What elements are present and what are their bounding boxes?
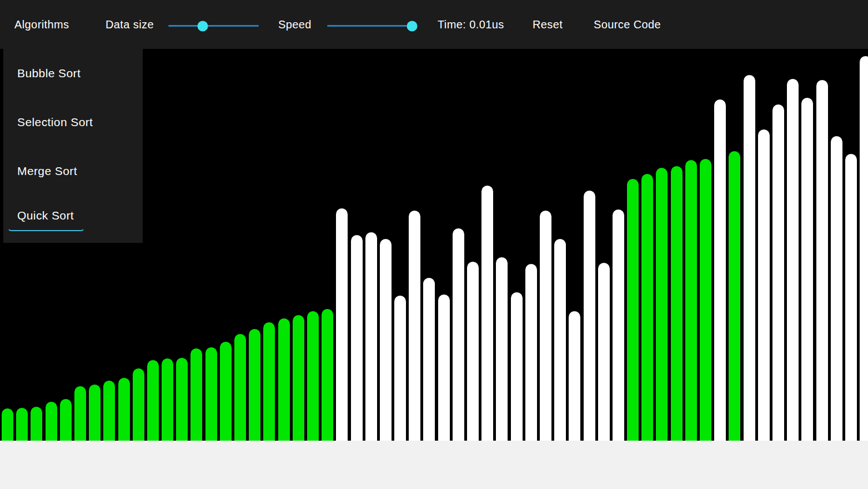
sort-bar xyxy=(147,360,159,441)
sort-bar xyxy=(249,329,260,441)
speed-slider-track[interactable] xyxy=(327,25,412,27)
sort-bar xyxy=(816,80,828,441)
sort-bar xyxy=(423,278,435,441)
sort-bar xyxy=(453,228,464,441)
sort-bar xyxy=(438,295,450,441)
sort-bar xyxy=(729,151,740,441)
sort-bar xyxy=(74,386,86,441)
sort-bar xyxy=(627,179,639,441)
sort-bar xyxy=(205,347,217,441)
menu-item-bubble-sort[interactable]: Bubble Sort xyxy=(3,49,143,98)
sort-bar xyxy=(176,358,188,441)
data-size-label: Data size xyxy=(106,18,154,31)
sort-bar xyxy=(467,262,479,441)
sort-bar xyxy=(656,168,668,441)
sort-bar xyxy=(700,159,711,441)
sort-bar xyxy=(351,235,363,441)
sort-bar xyxy=(598,263,610,441)
menu-item-label: Quick Sort xyxy=(17,209,143,222)
sort-bar xyxy=(336,208,348,441)
sort-bar xyxy=(16,408,28,441)
sort-bar xyxy=(162,358,173,441)
sort-bar xyxy=(31,407,42,441)
speed-slider xyxy=(327,0,412,49)
sort-bar xyxy=(103,381,115,441)
sort-bar xyxy=(220,342,232,441)
sort-bar xyxy=(46,402,57,441)
data-size-slider-track[interactable] xyxy=(168,25,259,27)
data-size-slider xyxy=(168,0,259,49)
sort-bar xyxy=(190,348,202,441)
sort-bar xyxy=(293,315,304,441)
sort-bar xyxy=(89,385,101,441)
sort-bar xyxy=(307,311,319,441)
sort-bar xyxy=(772,104,784,441)
algorithms-dropdown-menu: Bubble Sort Selection Sort Merge Sort Qu… xyxy=(3,49,143,243)
navbar: Algorithms Data size Speed Time: 0.01us … xyxy=(0,0,868,49)
menu-item-label: Selection Sort xyxy=(17,116,143,129)
active-item-underline xyxy=(7,223,85,231)
sort-bar xyxy=(496,257,508,441)
sort-bar xyxy=(365,232,377,441)
sort-bar xyxy=(540,211,551,441)
sort-bar xyxy=(481,186,493,441)
sort-bar xyxy=(263,322,275,441)
algorithms-menu-button[interactable]: Algorithms xyxy=(14,18,69,31)
source-code-button[interactable]: Source Code xyxy=(594,18,661,31)
sort-bar xyxy=(845,154,857,441)
menu-item-selection-sort[interactable]: Selection Sort xyxy=(3,98,143,147)
sort-bar xyxy=(234,334,246,441)
sort-bar xyxy=(685,160,697,441)
sort-bar xyxy=(525,264,537,441)
sort-bar xyxy=(744,75,755,441)
footer-strip xyxy=(0,441,868,489)
sort-bar xyxy=(118,378,130,441)
sort-bar xyxy=(831,136,842,441)
sort-bar xyxy=(511,292,523,441)
sort-bar xyxy=(278,318,290,441)
menu-item-label: Bubble Sort xyxy=(17,67,143,80)
speed-slider-thumb[interactable] xyxy=(407,21,418,31)
time-display: Time: 0.01us xyxy=(438,18,504,31)
sort-bar xyxy=(133,368,144,441)
sort-bar xyxy=(2,408,13,441)
sort-bar xyxy=(758,129,770,441)
sort-bar xyxy=(671,166,683,441)
data-size-slider-thumb[interactable] xyxy=(197,21,208,31)
sort-bar xyxy=(409,211,420,441)
sort-bar xyxy=(714,99,726,441)
sort-bar xyxy=(801,98,813,441)
menu-item-merge-sort[interactable]: Merge Sort xyxy=(3,147,143,196)
sort-bar xyxy=(60,399,72,441)
menu-item-quick-sort[interactable]: Quick Sort xyxy=(3,196,143,244)
sort-bar xyxy=(554,239,566,441)
sort-bar xyxy=(641,174,653,441)
sort-bar xyxy=(787,79,799,441)
sort-bar xyxy=(860,56,868,441)
menu-item-label: Merge Sort xyxy=(17,164,143,178)
sort-bar xyxy=(322,309,333,441)
reset-button[interactable]: Reset xyxy=(533,18,563,31)
sort-bar xyxy=(394,296,406,441)
sort-bar xyxy=(380,239,392,441)
sort-bar xyxy=(584,191,595,441)
speed-label: Speed xyxy=(278,18,312,31)
sort-bar xyxy=(569,311,580,441)
sort-bar xyxy=(613,209,624,441)
